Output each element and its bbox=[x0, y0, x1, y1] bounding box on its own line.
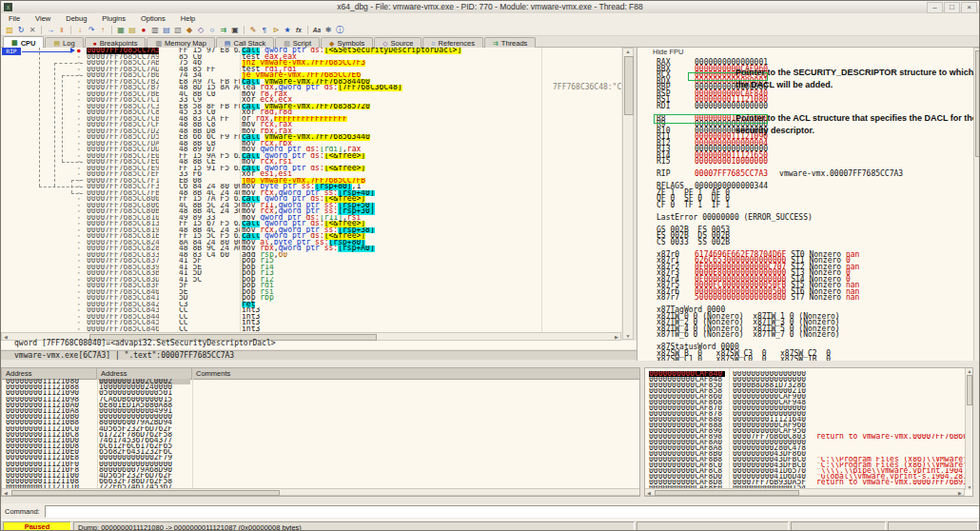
toolbar-separator bbox=[70, 26, 71, 34]
register-name: RIP bbox=[657, 171, 695, 178]
minimize-button[interactable]: – bbox=[927, 2, 943, 13]
step-into-button[interactable]: ↓ bbox=[74, 25, 86, 35]
log-button[interactable]: ▤ bbox=[127, 25, 138, 35]
handles-button[interactable]: ▣ bbox=[229, 25, 241, 35]
register-value[interactable]: 50000000000000000800 bbox=[695, 293, 786, 302]
menu-plugins[interactable]: Plugins bbox=[94, 13, 133, 24]
scroll-left-arrow[interactable]: ◀ bbox=[2, 490, 10, 496]
stack-pane[interactable]: 0000000000CAF840000000000000000000000000… bbox=[644, 367, 973, 497]
annotation-acl: Pointer to the ACL structure that specif… bbox=[735, 112, 979, 136]
tab-label: Threads bbox=[501, 39, 528, 48]
register-symbol: vmware-vmx.00007FF7685CC7A3 bbox=[779, 169, 903, 178]
tab-label: References bbox=[439, 39, 475, 48]
scroll-thumb[interactable] bbox=[975, 50, 980, 157]
scroll-up-arrow[interactable]: ▲ bbox=[624, 49, 632, 54]
dump-header-address1[interactable]: Address bbox=[2, 368, 97, 379]
scroll-left-arrow[interactable]: ◀ bbox=[2, 334, 10, 340]
memory-map-button[interactable]: ▥ bbox=[149, 25, 161, 35]
dump-range-status: Dump: 0000000011121080 -> 00000000111210… bbox=[73, 521, 635, 531]
command-input[interactable] bbox=[45, 505, 980, 518]
menu-options[interactable]: Options bbox=[133, 13, 173, 24]
open-folder-button[interactable]: ▨ bbox=[4, 25, 15, 35]
register-name: x87r7 bbox=[657, 295, 695, 302]
script-icon: ▧ bbox=[284, 40, 290, 48]
scroll-left-arrow[interactable]: ◀ bbox=[645, 490, 653, 496]
fpu-st-name: ST7 bbox=[786, 293, 809, 302]
scroll-right-arrow[interactable]: ▶ bbox=[613, 334, 620, 340]
scroll-thumb[interactable] bbox=[655, 490, 799, 496]
threads-button[interactable]: ⇉ bbox=[218, 25, 229, 35]
settings-button[interactable]: ✱ bbox=[323, 25, 334, 35]
calculator-button[interactable]: Aa bbox=[311, 25, 323, 35]
scroll-thumb[interactable] bbox=[624, 56, 634, 115]
close-button[interactable]: × bbox=[961, 2, 977, 13]
labels-button[interactable]: ⊳ bbox=[270, 25, 282, 35]
register-value[interactable]: 00007FF7685CC7A3 bbox=[695, 169, 768, 178]
pause-button[interactable]: ‖ bbox=[56, 25, 68, 35]
annotation-security-descriptor: Pointer to the SECURITY_DESCRIPTOR struc… bbox=[735, 67, 979, 90]
register-value[interactable]: 0000000000000000 bbox=[695, 102, 768, 110]
window-title: x64_dbg - File: vmware-vmx.exe - PID: 77… bbox=[1, 2, 979, 11]
info-pane-line: qword [7FF768C08040]=<advapi32.SetSecuri… bbox=[1, 341, 640, 349]
cpu-button[interactable]: ▦ bbox=[115, 25, 127, 35]
script-button[interactable]: ▧ bbox=[172, 25, 184, 35]
threads-icon: ⇉ bbox=[493, 40, 499, 48]
scroll-thumb[interactable] bbox=[967, 375, 972, 405]
register-value[interactable]: 0000000010000000 bbox=[695, 157, 768, 166]
symbols-button[interactable]: ◆ bbox=[184, 25, 195, 35]
step-over-button[interactable]: ↷ bbox=[86, 25, 97, 35]
bookmarks-button[interactable]: ★ bbox=[282, 25, 293, 35]
title-bar[interactable]: x x64_dbg - File: vmware-vmx.exe - PID: … bbox=[1, 1, 979, 14]
tab-label: Source bbox=[391, 39, 414, 48]
scroll-up-arrow[interactable]: ▲ bbox=[966, 368, 973, 374]
scroll-down-arrow[interactable]: ▼ bbox=[624, 333, 632, 339]
references-button[interactable]: ○ bbox=[206, 25, 218, 35]
maximize-button[interactable]: □ bbox=[944, 2, 960, 13]
scroll-right-arrow[interactable]: ▶ bbox=[956, 490, 964, 496]
registers-pane[interactable]: Hide FPU RAX0000000000000001RBX000000000… bbox=[637, 48, 974, 366]
menu-file[interactable]: File bbox=[1, 13, 28, 24]
hide-fpu-button[interactable]: Hide FPU bbox=[653, 49, 684, 56]
menu-help[interactable]: Help bbox=[173, 13, 203, 24]
registers-vscrollbar[interactable] bbox=[973, 48, 980, 366]
functions-button[interactable]: fx bbox=[293, 25, 304, 35]
disassembly-vscrollbar[interactable]: ▲ ▼ bbox=[622, 48, 634, 340]
dump-header-address2[interactable]: Address bbox=[97, 368, 192, 379]
breakpoints-button[interactable]: ● bbox=[138, 25, 149, 35]
tab-label: Breakpoints bbox=[100, 39, 138, 48]
toolbar-separator bbox=[307, 26, 308, 34]
restart-button[interactable]: ↻ bbox=[15, 25, 27, 35]
tab-bar: ▦CPU▤Log●Breakpoints▥Memory Map▤Call Sta… bbox=[1, 36, 979, 48]
call-stack-button[interactable]: ▤ bbox=[161, 25, 172, 35]
run-button[interactable]: → bbox=[45, 25, 56, 35]
references-icon: ○ bbox=[431, 40, 435, 47]
disassembly-pane[interactable]: ●00007FF7685CC7A3FF 15 97 E8 63 00call q… bbox=[1, 48, 621, 332]
toolbar-separator bbox=[244, 26, 245, 34]
scroll-thumb[interactable] bbox=[11, 490, 280, 496]
tab-label: Script bbox=[293, 39, 311, 48]
close-button[interactable]: ✕ bbox=[27, 25, 38, 35]
about-button[interactable]: ⓘ bbox=[334, 25, 345, 35]
comments-button[interactable]: ¶ bbox=[259, 25, 270, 35]
menu-debug[interactable]: Debug bbox=[58, 13, 94, 24]
tab-label: Log bbox=[63, 39, 75, 48]
source-button[interactable]: ◇ bbox=[195, 25, 206, 35]
stack-hscrollbar[interactable]: ◀ ▶ bbox=[645, 488, 965, 496]
stack-vscrollbar[interactable]: ▲ ▼ bbox=[965, 368, 972, 490]
execute-till-return-button[interactable]: ↑ bbox=[97, 25, 108, 35]
scroll-down-arrow[interactable]: ▼ bbox=[966, 484, 973, 490]
menu-view[interactable]: View bbox=[28, 13, 58, 24]
debug-state-badge: Paused bbox=[3, 521, 71, 531]
toolbar-separator bbox=[41, 26, 42, 34]
status-cell bbox=[791, 521, 886, 531]
fpu-tag: Nonzero bbox=[809, 293, 846, 302]
dump-pane[interactable]: Address Address Comments 000000001112108… bbox=[1, 367, 640, 497]
breakpoints-icon: ● bbox=[93, 40, 97, 47]
horizontal-splitter[interactable] bbox=[1, 361, 979, 367]
patches-button[interactable]: ✎ bbox=[247, 25, 259, 35]
fpu-value: nan bbox=[846, 293, 859, 302]
dump-header-comments[interactable]: Comments bbox=[192, 368, 639, 379]
dump-hscrollbar[interactable]: ◀ bbox=[2, 488, 639, 496]
call-stack-icon: ▤ bbox=[225, 40, 231, 48]
tab-label: Memory Map bbox=[165, 39, 206, 48]
